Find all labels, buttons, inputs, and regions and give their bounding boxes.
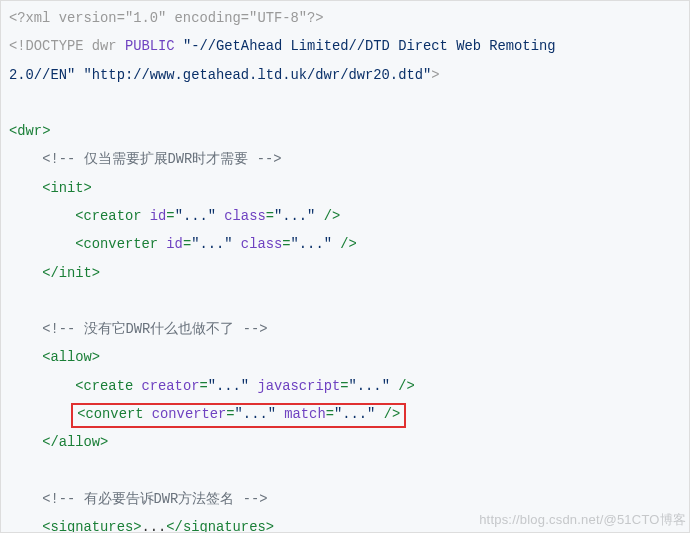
highlighted-line: <convert converter="..." match="..." /> xyxy=(71,403,406,428)
code-lines: <?xml version="1.0" encoding="UTF-8"?> <… xyxy=(9,5,681,533)
code-block: <?xml version="1.0" encoding="UTF-8"?> <… xyxy=(0,0,690,533)
